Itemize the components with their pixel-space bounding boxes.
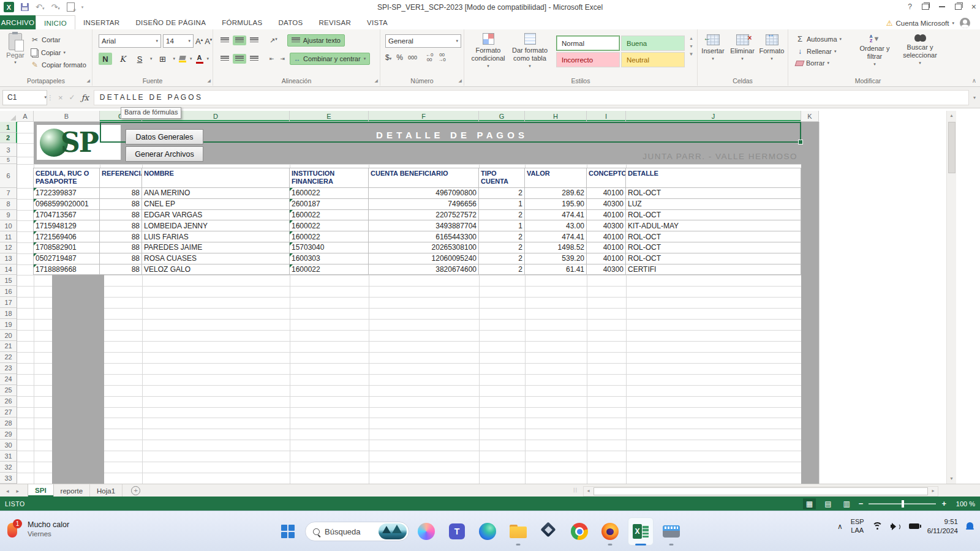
table-cell[interactable]: 539.20 [525, 253, 587, 264]
comma-style-icon[interactable]: 000 [408, 54, 417, 61]
font-size-select[interactable]: 14▾ [163, 34, 194, 48]
italic-button[interactable]: K [116, 53, 129, 65]
table-cell[interactable]: 20265308100 [369, 242, 479, 253]
row-header-22[interactable]: 22 [0, 352, 17, 363]
sheet-tab-spi[interactable]: SPI [28, 484, 54, 497]
table-cell[interactable]: ROL-OCT [626, 242, 801, 253]
table-cell[interactable]: ROL-OCT [626, 253, 801, 264]
close-icon[interactable]: × [971, 2, 976, 11]
ribbon-tab-datos[interactable]: DATOS [270, 15, 311, 29]
file-explorer-button[interactable] [505, 517, 532, 546]
sheet-next-icon[interactable]: ▸ [17, 488, 20, 494]
table-cell[interactable]: ROL-OCT [626, 231, 801, 242]
table-cell[interactable]: 2 [479, 188, 525, 199]
row-header-33[interactable]: 33 [0, 473, 17, 484]
table-cell[interactable]: 2 [479, 242, 525, 253]
language-indicator[interactable]: ESP LAA [851, 518, 864, 535]
table-cell[interactable]: 1600022 [290, 231, 369, 242]
row-header-18[interactable]: 18 [0, 308, 17, 319]
style-neutral[interactable]: Neutral [621, 52, 685, 67]
table-header-cell[interactable]: CONCEPTO [587, 168, 626, 188]
keyboard-button[interactable] [658, 517, 685, 546]
datos-generales-button[interactable]: Datos Generales [126, 129, 203, 144]
table-cell[interactable]: 15703040 [290, 242, 369, 253]
increase-decimal-icon[interactable]: ←000 [426, 53, 433, 62]
table-cell[interactable]: 1721569406 [34, 231, 100, 242]
table-cell[interactable]: 289.62 [525, 188, 587, 199]
underline-caret-icon[interactable]: ▾ [150, 56, 153, 61]
table-cell[interactable]: 1600022 [290, 210, 369, 221]
help-icon[interactable]: ? [908, 3, 912, 10]
horizontal-scroll-thumb[interactable] [594, 487, 928, 495]
table-header-cell[interactable]: VALOR [525, 168, 587, 188]
table-cell[interactable]: 88 [100, 264, 142, 276]
vertical-scroll-thumb[interactable] [948, 122, 956, 173]
notifications-bell-icon[interactable] [966, 522, 974, 530]
table-cell[interactable]: ANA MERINO [142, 188, 290, 199]
table-cell[interactable]: 88 [100, 253, 142, 264]
table-cell[interactable]: 2 [479, 253, 525, 264]
table-cell[interactable]: 12060095240 [369, 253, 479, 264]
column-header-I[interactable]: I [587, 111, 626, 122]
excel-app-icon[interactable]: X [4, 2, 14, 12]
clipboard-dialog-launcher[interactable]: ◢ [87, 78, 90, 83]
table-cell[interactable]: 3493887704 [369, 220, 479, 231]
search-box[interactable]: Búsqueda [305, 522, 409, 541]
align-left-icon[interactable] [218, 54, 232, 64]
table-cell[interactable]: 2 [479, 210, 525, 221]
row-header-27[interactable]: 27 [0, 407, 17, 418]
horizontal-scrollbar[interactable]: ◂ ▸ [583, 486, 938, 497]
table-cell[interactable]: 1718889668 [34, 264, 100, 276]
ribbon-tab-inicio[interactable]: INICIO [36, 15, 75, 31]
redo-icon[interactable]: ↷▾ [51, 3, 59, 11]
tab-archivo[interactable]: ARCHIVO [0, 15, 36, 29]
teams-button[interactable]: T [443, 517, 470, 546]
table-cell[interactable]: 1600303 [290, 253, 369, 264]
table-cell[interactable]: LUIS FARIAS [142, 231, 290, 242]
table-cell[interactable]: 1 [479, 220, 525, 231]
table-header-cell[interactable]: DETALLE [626, 168, 801, 188]
excel-taskbar-button[interactable] [627, 517, 654, 546]
row-header-3[interactable]: 3 [0, 143, 17, 157]
print-preview-icon[interactable] [67, 2, 75, 12]
underline-button[interactable]: S [133, 53, 146, 65]
table-cell[interactable]: 195.90 [525, 199, 587, 210]
table-cell[interactable]: 1600022 [290, 220, 369, 231]
sheet-tab-hoja1[interactable]: Hoja1 [90, 484, 123, 497]
font-name-select[interactable]: Arial▾ [99, 34, 161, 48]
align-center-icon[interactable] [233, 54, 246, 64]
table-header-cell[interactable]: CEDULA, RUC O PASAPORTE [34, 168, 100, 188]
name-box[interactable]: C1▾ [2, 90, 47, 105]
ribbon-tab-insertar[interactable]: INSERTAR [75, 15, 127, 29]
minimize-icon[interactable] [939, 6, 945, 7]
table-cell[interactable]: 88 [100, 210, 142, 221]
page-break-view-icon[interactable]: ▥ [840, 498, 853, 509]
sheet-tab-reporte[interactable]: reporte [54, 484, 90, 497]
sort-filter-button[interactable]: AZ ▼ Ordenar y filtrar▾ [854, 34, 895, 67]
table-header-cell[interactable]: INSTITUCION FINANCIERA [290, 168, 369, 188]
row-header-10[interactable]: 10 [0, 220, 17, 231]
row-header-24[interactable]: 24 [0, 374, 17, 385]
clock[interactable]: 9:51 6/11/2024 [927, 517, 958, 536]
table-cell[interactable]: 1 [479, 199, 525, 210]
table-cell[interactable]: 88 [100, 242, 142, 253]
paste-button[interactable]: Pegar▾ [5, 33, 26, 77]
table-cell[interactable]: 3820674600 [369, 264, 479, 276]
gallery-more-icon[interactable]: ▼ [689, 51, 694, 57]
chrome-button[interactable] [566, 517, 593, 546]
table-header-cell[interactable]: CUENTA BENEFICIARIO [369, 168, 479, 188]
table-cell[interactable]: 2600187 [290, 199, 369, 210]
insert-cells-button[interactable]: ← Insertar▾ [699, 34, 727, 61]
start-button[interactable] [274, 517, 301, 546]
row-header-14[interactable]: 14 [0, 264, 17, 276]
fill-button[interactable]: ↓ Rellenar▾ [793, 46, 844, 57]
avatar[interactable] [960, 18, 970, 28]
wifi-icon[interactable] [872, 522, 883, 530]
normal-view-icon[interactable]: ▦ [803, 498, 816, 509]
row-header-29[interactable]: 29 [0, 429, 17, 440]
collapse-ribbon-icon[interactable]: ∧ [972, 77, 976, 84]
merge-center-button[interactable]: ↔ Combinar y centrar▾ [290, 53, 370, 65]
speaker-icon[interactable] [891, 522, 901, 530]
table-cell[interactable]: 2 [479, 231, 525, 242]
table-cell[interactable]: CERTIFI [626, 264, 801, 276]
